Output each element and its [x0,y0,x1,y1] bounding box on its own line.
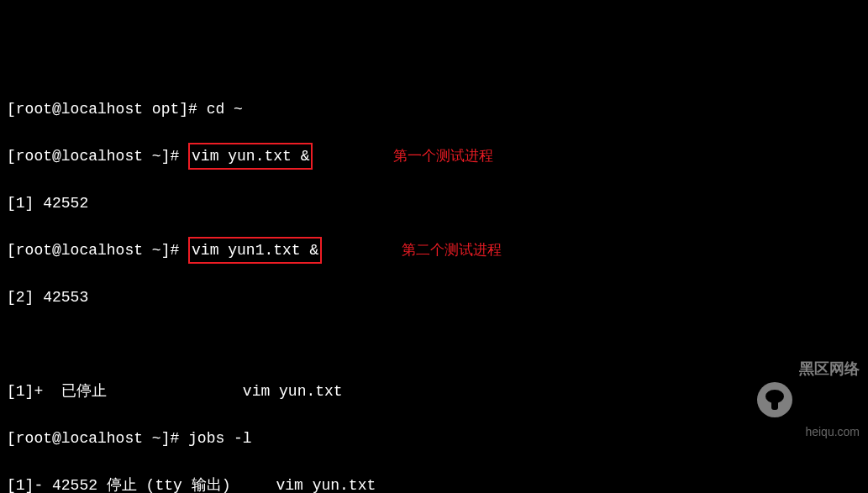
annotation-label: 第二个测试进程 [402,239,502,262]
terminal-output: [1]- 42552 停止 (tty 输出) vim yun.txt [7,474,861,493]
command: cd ~ [207,101,243,118]
terminal-line: [root@localhost opt]# cd ~ [7,97,861,121]
prompt: [root@localhost opt]# [7,101,207,118]
highlighted-command: vim yun1.txt & [188,237,322,264]
prompt: [root@localhost ~]# [7,242,188,259]
terminal-output: [1]+ 已停止 vim yun.txt [7,380,861,403]
terminal-line: [root@localhost ~]# jobs -l [7,427,861,450]
watermark: 黑区网络 heiqu.com [757,313,860,486]
terminal-blank [7,333,861,356]
watermark-url: heiqu.com [799,425,860,439]
mushroom-icon [757,382,792,417]
annotation-label: 第一个测试进程 [393,144,493,168]
watermark-text: 黑区网络 heiqu.com [799,313,860,486]
watermark-title: 黑区网络 [799,360,860,379]
highlighted-command: vim yun.txt & [188,143,313,170]
prompt: [root@localhost ~]# [7,148,188,165]
svg-rect-1 [771,401,778,410]
mushroom-svg [765,389,785,411]
terminal-output: [2] 42553 [7,286,861,309]
terminal-output: [1] 42552 [7,191,861,215]
terminal-line: [root@localhost ~]# vim yun1.txt &第二个测试进… [7,239,861,262]
command: jobs -l [188,430,252,447]
terminal-line: [root@localhost ~]# vim yun.txt &第一个测试进程 [7,144,861,168]
prompt: [root@localhost ~]# [7,430,188,447]
